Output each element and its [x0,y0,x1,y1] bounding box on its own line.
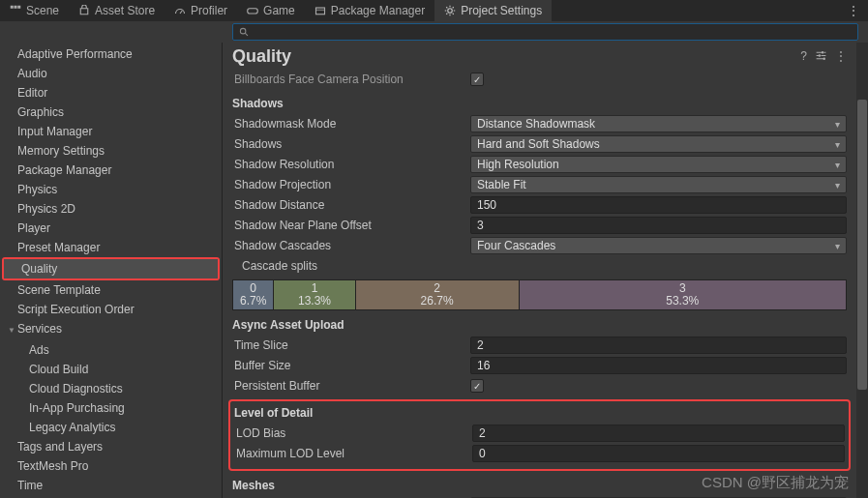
shadow-near-plane-field[interactable]: 3 [470,217,847,234]
shadow-distance-field[interactable]: 150 [470,196,847,214]
sidebar-item-legacy-analytics[interactable]: Legacy Analytics [0,418,222,437]
svg-line-9 [245,33,248,36]
shadow-resolution-dropdown[interactable]: High Resolution [470,156,847,173]
page-title: Quality [232,46,291,67]
svg-point-12 [823,57,825,59]
cascade-segment[interactable]: 226.7% [356,280,520,309]
shadow-near-plane-label: Shadow Near Plane Offset [232,219,470,232]
help-icon[interactable]: ? [800,49,807,65]
shadow-cascades-dropdown[interactable]: Four Cascades [470,237,847,254]
gear-icon [444,5,456,16]
highlight-quality: Quality [2,257,220,280]
tab-label: Scene [26,4,59,17]
tab-game[interactable]: Game [237,0,305,21]
buffer-size-label: Buffer Size [232,359,470,372]
search-row [0,21,868,43]
cascade-splits-bar[interactable]: 06.7%113.3%226.7%353.3% [232,279,847,310]
svg-rect-0 [11,6,14,9]
shadow-projection-dropdown[interactable]: Stable Fit [470,176,847,193]
menu-dots-icon[interactable]: ⋮ [835,49,847,65]
async-section-title: Async Asset Upload [232,318,847,332]
tab-profiler[interactable]: Profiler [165,0,237,21]
tab-project-settings[interactable]: Project Settings [434,0,552,21]
tab-label: Game [263,4,295,17]
gauge-icon [174,5,186,16]
sidebar-item-package-manager[interactable]: Package Manager [0,161,222,180]
tab-scene[interactable]: Scene [0,0,69,21]
svg-line-3 [180,11,182,14]
sidebar-item-time[interactable]: Time [0,476,222,495]
tab-label: Asset Store [95,4,155,17]
cascade-segment[interactable]: 113.3% [274,280,355,309]
scrollbar[interactable] [856,43,868,498]
bag-icon [78,5,90,16]
sidebar-item-quality[interactable]: Quality [4,259,218,278]
menu-dots-icon[interactable]: ⋮ [847,3,860,18]
persistent-buffer-checkbox[interactable]: ✓ [470,379,484,393]
sidebar-item-scene-template[interactable]: Scene Template [0,280,222,300]
sidebar-item-adaptive-performance[interactable]: Adaptive Performance [0,44,222,64]
sidebar-item-physics-2d[interactable]: Physics 2D [0,199,222,219]
content-panel: Quality ? ⋮ Billboards Face Camera Posit… [223,43,868,498]
cascade-segment[interactable]: 06.7% [233,280,274,309]
sidebar-item-input-manager[interactable]: Input Manager [0,122,222,141]
sidebar-item-cloud-build[interactable]: Cloud Build [0,360,222,379]
sidebar-item-textmesh-pro[interactable]: TextMesh Pro [0,456,222,476]
svg-point-10 [822,51,823,53]
sidebar-item-script-execution-order[interactable]: Script Execution Order [0,300,222,319]
max-lod-level-label: Maximum LOD Level [234,447,472,460]
svg-rect-4 [248,9,258,14]
sidebar: Adaptive Performance Audio Editor Graphi… [0,43,223,498]
lod-bias-field[interactable]: 2 [472,425,845,442]
sidebar-item-graphics[interactable]: Graphics [0,103,222,122]
max-lod-level-field[interactable]: 0 [472,445,845,462]
tab-label: Package Manager [331,4,425,17]
settings-icon[interactable] [815,49,827,65]
tab-package-manager[interactable]: Package Manager [305,0,434,21]
scrollbar-thumb[interactable] [857,100,867,390]
sidebar-item-services[interactable]: Services [0,319,222,340]
shadow-distance-label: Shadow Distance [232,198,470,212]
sidebar-item-audio[interactable]: Audio [0,64,222,83]
sidebar-item-preset-manager[interactable]: Preset Manager [0,238,222,257]
svg-point-8 [240,28,246,34]
shadowmask-mode-label: Shadowmask Mode [232,117,470,131]
shadows-dropdown[interactable]: Hard and Soft Shadows [470,135,847,153]
svg-point-11 [819,54,821,56]
shadow-resolution-label: Shadow Resolution [232,158,470,171]
sidebar-item-in-app-purchasing[interactable]: In-App Purchasing [0,398,222,418]
sidebar-item-cloud-diagnostics[interactable]: Cloud Diagnostics [0,379,222,398]
cascade-splits-label: Cascade splits [232,259,470,273]
svg-rect-1 [15,6,17,9]
cascade-segment[interactable]: 353.3% [520,280,846,309]
sidebar-item-tags-and-layers[interactable]: Tags and Layers [0,437,222,456]
shadowmask-mode-dropdown[interactable]: Distance Shadowmask [470,115,847,132]
search-input[interactable] [232,23,858,41]
tab-bar: Scene Asset Store Profiler Game Package … [0,0,868,21]
svg-rect-2 [17,6,20,9]
lod-bias-label: LOD Bias [234,426,472,440]
sidebar-item-memory-settings[interactable]: Memory Settings [0,141,222,161]
shadow-cascades-label: Shadow Cascades [232,239,470,252]
shadows-section-title: Shadows [232,97,847,110]
tab-label: Project Settings [461,4,542,17]
shadow-projection-label: Shadow Projection [232,178,470,191]
buffer-size-field[interactable]: 16 [470,357,847,374]
time-slice-field[interactable]: 2 [470,337,847,354]
package-icon [314,5,326,16]
sidebar-item-ads[interactable]: Ads [0,340,222,360]
sidebar-item-physics[interactable]: Physics [0,180,222,199]
sidebar-item-player[interactable]: Player [0,219,222,238]
time-slice-label: Time Slice [232,338,470,352]
scene-icon [10,5,21,16]
persistent-buffer-label: Persistent Buffer [232,379,470,393]
billboards-label: Billboards Face Camera Position [232,73,470,86]
gamepad-icon [247,5,258,16]
tab-label: Profiler [191,4,227,17]
highlight-lod: Level of Detail LOD Bias2 Maximum LOD Le… [228,399,851,471]
sidebar-item-editor[interactable]: Editor [0,83,222,103]
tab-asset-store[interactable]: Asset Store [69,0,165,21]
billboards-checkbox[interactable]: ✓ [470,73,484,86]
svg-rect-5 [315,8,324,15]
meshes-section-title: Meshes [232,479,847,492]
